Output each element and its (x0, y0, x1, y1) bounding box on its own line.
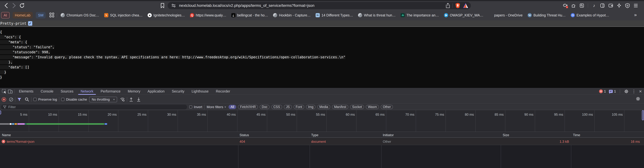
inspect-element-icon[interactable] (1, 88, 7, 95)
resource-filter-img[interactable]: Img (306, 105, 316, 109)
bookmarks-overflow-chevron[interactable]: » (634, 12, 637, 18)
vertical-scrollbar-thumb[interactable] (642, 110, 644, 120)
device-toolbar-icon[interactable] (7, 88, 13, 95)
resource-filter-other[interactable]: Other (381, 105, 393, 109)
share-icon[interactable] (446, 3, 450, 8)
devtools-close-icon[interactable]: × (639, 89, 642, 94)
bookmark-item[interactable]: WBuilding Threat Hu… (528, 13, 566, 17)
import-har-icon[interactable] (129, 97, 133, 102)
tab-network[interactable]: Network (77, 88, 97, 95)
tab-recorder[interactable]: Recorder (212, 88, 234, 95)
bookmark-item[interactable]: Chromium OS Doc… (61, 13, 99, 17)
issues-counter[interactable]: 1 (609, 90, 616, 93)
resource-filter-socket[interactable]: Socket (350, 105, 364, 109)
console-error-counter[interactable]: × 1 (599, 90, 606, 93)
leo-ai-sparkle-icon[interactable] (617, 3, 622, 8)
pretty-print-checkbox[interactable]: ✓ (28, 21, 32, 26)
network-settings-gear-icon[interactable] (636, 97, 640, 101)
tab-security[interactable]: Security (168, 88, 188, 95)
filter-funnel-icon[interactable] (17, 98, 22, 102)
preserve-log-checkbox[interactable] (34, 98, 36, 101)
media-control-icon[interactable]: ♪ (592, 3, 596, 8)
sidebar-toggle-icon[interactable] (600, 3, 605, 8)
tab-elements[interactable]: Elements (15, 88, 37, 95)
timeline-tick-label: 5 ms (9, 113, 28, 117)
tab-performance[interactable]: Performance (97, 88, 124, 95)
json-line: "message": "Invalid query, please check … (0, 55, 644, 60)
resource-filter-doc[interactable]: Doc (260, 105, 270, 109)
resource-filter-css[interactable]: CSS (271, 105, 282, 109)
disable-cache-checkbox[interactable] (61, 98, 64, 101)
timeline-range-handle[interactable] (0, 111, 1, 114)
resource-filter-media[interactable]: Media (317, 105, 330, 109)
timeline-tick-label: 20 ms (98, 113, 117, 117)
extension-puzzle-icon[interactable] (571, 3, 576, 8)
extension-triangle-icon[interactable] (463, 3, 468, 8)
bookmark-item[interactable]: ϟSQL injection chea… (104, 13, 142, 17)
bookmark-item[interactable]: papers - OneDrive (488, 13, 522, 17)
tab-application[interactable]: Application (144, 88, 168, 95)
forward-button[interactable] (10, 2, 18, 9)
network-conditions-icon[interactable] (120, 97, 125, 102)
network-overview-timeline[interactable]: 5 ms10 ms15 ms20 ms25 ms30 ms35 ms40 ms4… (0, 110, 644, 132)
bookmark-folder-sm[interactable]: SM (36, 12, 46, 18)
extension-fish-icon[interactable]: x (563, 3, 568, 8)
json-line: }, (0, 60, 644, 65)
wallet-icon[interactable] (608, 3, 613, 8)
tab-memory[interactable]: Memory (124, 88, 144, 95)
record-network-log-button[interactable] (2, 97, 6, 102)
extension-search-box-icon[interactable] (580, 3, 584, 8)
clear-network-log-button[interactable] (9, 98, 13, 102)
site-settings-tune-icon[interactable] (171, 3, 176, 8)
resource-filter-all[interactable]: All (228, 105, 236, 109)
tab-console[interactable]: Console (37, 88, 57, 95)
bookmark-item[interactable]: Hookbin - Capture… (273, 13, 310, 17)
url-text[interactable]: nextcloud.homelab.local/ocs/v2.php/apps/… (179, 3, 314, 8)
bookmark-item[interactable]: ⁂The importance an… (400, 13, 439, 17)
bookmark-item[interactable]: OWASP_KIEV_WA… (444, 13, 483, 17)
vpn-shield-icon[interactable] (625, 3, 630, 8)
bookmark-folder-ai[interactable]: AI (1, 12, 10, 18)
throttling-select[interactable]: No throttling ▾ (89, 97, 117, 102)
bookmark-item[interactable]: ¿bellingcat - the ho… (231, 13, 268, 17)
reload-button[interactable] (18, 2, 26, 9)
bookmark-label: SQL injection chea… (110, 13, 142, 17)
bookmark-item[interactable]: What is threat hun… (358, 13, 396, 17)
column-header-name[interactable]: Name (2, 133, 11, 137)
url-bar[interactable]: nextcloud.homelab.local/ocs/v2.php/apps/… (168, 2, 471, 9)
menu-icon[interactable] (634, 3, 638, 8)
column-header-initiator[interactable]: Initiator (383, 133, 394, 137)
bookmarks-bar: AI HomeLab SM Chromium OS Doc…ϟSQL injec… (0, 10, 644, 20)
apps-grid-icon[interactable] (50, 13, 54, 18)
column-header-type[interactable]: Type (311, 133, 318, 137)
bookmark-folder-homelab[interactable]: HomeLab (13, 12, 33, 18)
resource-filter-manifest[interactable]: Manifest (332, 105, 348, 109)
bookmark-item[interactable]: Qhttps://www.qualy… (190, 13, 226, 17)
filter-input[interactable] (8, 105, 175, 109)
bookmark-item[interactable]: ●Ignitetechnologies… (148, 13, 185, 17)
resource-filter-font[interactable]: Font (294, 105, 304, 109)
waterfall-segment-content-download (104, 123, 107, 125)
tab-sources[interactable]: Sources (57, 88, 77, 95)
column-header-time[interactable]: Time (573, 133, 580, 137)
invert-checkbox[interactable] (189, 106, 192, 108)
column-header-size[interactable]: Size (503, 133, 509, 137)
timeline-tick-label: 105 ms (605, 113, 623, 117)
more-filters-label[interactable]: More filters (207, 105, 223, 109)
bookmark-item[interactable]: ML14 Different Types… (316, 13, 353, 17)
column-header-status[interactable]: Status (240, 133, 249, 137)
brave-shields-icon[interactable] (455, 3, 460, 9)
search-network-icon[interactable] (25, 97, 29, 102)
bookmark-flag-icon[interactable] (159, 2, 166, 9)
devtools-more-options-icon[interactable]: ⋮ (632, 89, 636, 94)
tab-lighthouse[interactable]: Lighthouse (188, 88, 212, 95)
devtools-settings-gear-icon[interactable] (624, 89, 629, 94)
resource-filter-fetch-xhr[interactable]: Fetch/XHR (238, 105, 258, 109)
export-har-icon[interactable] (136, 97, 141, 102)
timeline-gridline (118, 110, 118, 132)
back-button[interactable] (2, 2, 10, 9)
resource-filter-wasm[interactable]: Wasm (366, 105, 379, 109)
bookmark-item[interactable]: OExamples of Hypot… (571, 13, 609, 17)
resource-filter-js[interactable]: JS (284, 105, 292, 109)
network-request-row[interactable]: ×terms?format=json404documentOther1.3 kB… (0, 138, 644, 145)
